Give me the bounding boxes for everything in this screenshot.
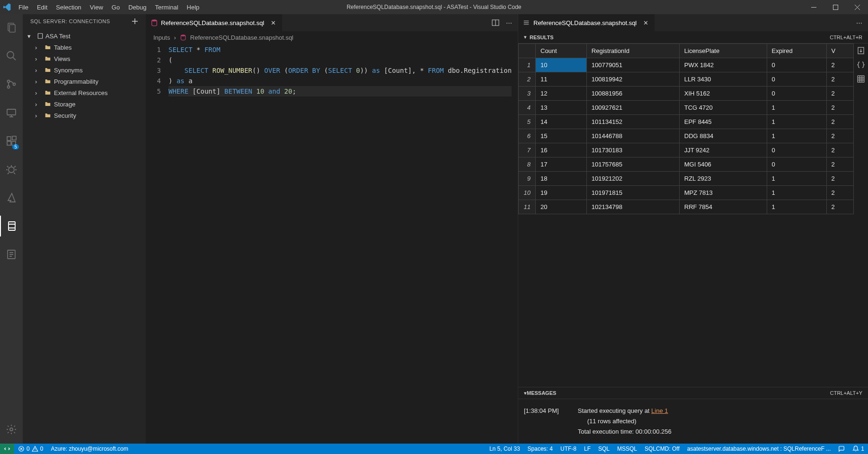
maximize-button[interactable] (824, 0, 846, 14)
source-control-icon[interactable] (0, 74, 23, 95)
breadcrumbs[interactable]: Inputs › ReferenceSQLDatabase.snapshot.s… (146, 31, 518, 44)
tree-item-label: Synonyms (54, 67, 83, 74)
collapse-icon[interactable]: ▾ (524, 34, 527, 40)
settings-gear-icon[interactable] (0, 419, 23, 440)
code-content[interactable]: SELECT * FROM( SELECT ROW_NUMBER() OVER … (168, 44, 512, 444)
save-excel-icon[interactable] (857, 75, 865, 83)
breadcrumb-file[interactable]: ReferenceSQLDatabase.snapshot.sql (190, 34, 293, 41)
folder-icon (44, 44, 52, 51)
status-mssql[interactable]: MSSQL (613, 445, 641, 452)
column-header[interactable]: LicensePlate (679, 44, 767, 58)
results-toolbar (854, 44, 868, 387)
close-button[interactable] (846, 0, 868, 14)
results-tab[interactable]: ReferenceSQLDatabase.snapshot.sql ✕ (518, 14, 655, 31)
status-bar: 0 0 Azure: zhouyu@microsoft.com Ln 5, Co… (0, 444, 868, 454)
results-panel: ReferenceSQLDatabase.snapshot.sql ✕ ⋯ ▾ … (518, 14, 868, 444)
debug-icon[interactable] (0, 159, 23, 180)
chevron-down-icon: ▾ (27, 33, 35, 40)
message-line-link[interactable]: Line 1 (651, 407, 668, 414)
table-row[interactable]: 615101446788DDG 883412 (519, 129, 854, 143)
chevron-right-icon: › (35, 44, 43, 51)
tree-item[interactable]: ›Synonyms (23, 64, 146, 76)
status-eol[interactable]: LF (580, 445, 594, 452)
breadcrumb-root[interactable]: Inputs (153, 34, 170, 41)
table-row[interactable]: 716101730183JJT 924202 (519, 143, 854, 157)
message-line2: (11 rows affected) (578, 416, 672, 427)
search-icon[interactable] (0, 45, 23, 66)
status-sqlcmd[interactable]: SQLCMD: Off (641, 445, 683, 452)
svg-point-18 (152, 19, 157, 21)
menu-file[interactable]: File (14, 4, 33, 11)
svg-rect-9 (7, 137, 11, 140)
menu-debug[interactable]: Debug (124, 4, 151, 11)
results-grid[interactable]: CountRegistrationIdLicensePlateExpiredV … (518, 44, 854, 387)
minimize-button[interactable] (803, 0, 824, 14)
menu-terminal[interactable]: Terminal (151, 4, 182, 11)
menu-selection[interactable]: Selection (52, 4, 85, 11)
svg-point-13 (9, 167, 14, 173)
status-connection[interactable]: asatestserver.database.windows.net : SQL… (683, 445, 835, 452)
save-json-icon[interactable] (857, 61, 865, 69)
tree-item[interactable]: ›Security (23, 110, 146, 121)
table-row[interactable]: 211100819942LLR 343002 (519, 72, 854, 87)
svg-rect-22 (524, 22, 529, 23)
status-cursor-position[interactable]: Ln 5, Col 33 (486, 445, 524, 452)
azure-icon[interactable] (0, 187, 23, 208)
menu-go[interactable]: Go (107, 4, 124, 11)
menu-view[interactable]: View (86, 4, 107, 11)
tree-item[interactable]: ›External Resources (23, 87, 146, 98)
folder-icon (44, 101, 52, 107)
remote-explorer-icon[interactable] (0, 102, 23, 123)
folder-icon (44, 89, 52, 96)
folder-icon (44, 112, 52, 119)
table-row[interactable]: 413100927621TCG 472012 (519, 101, 854, 115)
tree-item[interactable]: ›Programmability (23, 76, 146, 87)
more-actions-icon[interactable]: ⋯ (506, 19, 512, 26)
status-notifications[interactable]: 1 (849, 445, 868, 452)
editor-tab[interactable]: ReferenceSQLDatabase.snapshot.sql ✕ (146, 14, 283, 31)
menu-help[interactable]: Help (183, 4, 204, 11)
status-azure[interactable]: Azure: zhouyu@microsoft.com (47, 445, 132, 452)
results-label: RESULTS (530, 35, 554, 40)
tree-item[interactable]: ›Storage (23, 98, 146, 110)
title-bar: File Edit Selection View Go Debug Termin… (0, 0, 868, 14)
code-editor[interactable]: 12345 SELECT * FROM( SELECT ROW_NUMBER()… (146, 44, 518, 444)
extensions-icon[interactable]: 5 (0, 131, 23, 151)
status-encoding[interactable]: UTF-8 (557, 445, 580, 452)
docs-icon[interactable] (0, 244, 23, 265)
save-csv-icon[interactable] (857, 46, 865, 55)
close-results-tab[interactable]: ✕ (643, 19, 650, 26)
extensions-badge: 5 (12, 144, 19, 149)
table-row[interactable]: 110100779051PWX 184202 (519, 58, 854, 72)
line-numbers: 12345 (146, 44, 168, 444)
menu-edit[interactable]: Edit (33, 4, 52, 11)
table-row[interactable]: 918101921202RZL 292312 (519, 172, 854, 186)
status-indentation[interactable]: Spaces: 4 (524, 445, 557, 452)
column-header[interactable]: Count (536, 44, 587, 58)
svg-rect-3 (9, 25, 15, 32)
table-row[interactable]: 1120102134798RRF 785412 (519, 200, 854, 214)
status-language[interactable]: SQL (594, 445, 613, 452)
close-tab-button[interactable]: ✕ (271, 19, 277, 26)
column-header[interactable]: V (826, 44, 853, 58)
table-row[interactable]: 1019101971815MPZ 781312 (519, 186, 854, 200)
add-connection-button[interactable] (132, 18, 138, 25)
column-header[interactable]: Expired (767, 44, 826, 58)
split-editor-icon[interactable] (492, 19, 499, 26)
tree-item-label: External Resources (54, 89, 107, 96)
table-row[interactable]: 312100881956XIH 516202 (519, 87, 854, 101)
svg-rect-21 (524, 21, 529, 22)
explorer-icon[interactable] (0, 17, 23, 38)
tree-root[interactable]: ▾ ASA Test (23, 30, 146, 42)
status-problems[interactable]: 0 0 (14, 445, 47, 452)
table-row[interactable]: 514101134152EPF 844512 (519, 115, 854, 129)
more-actions-icon[interactable]: ⋯ (856, 19, 862, 26)
sql-server-icon[interactable] (0, 216, 23, 236)
status-feedback-icon[interactable] (834, 445, 849, 452)
table-row[interactable]: 817101757685MGI 540602 (519, 157, 854, 172)
column-header[interactable]: RegistrationId (586, 44, 679, 58)
remote-indicator[interactable] (0, 444, 14, 454)
minimap[interactable] (489, 44, 518, 62)
tree-item[interactable]: ›Tables (23, 42, 146, 53)
tree-item[interactable]: ›Views (23, 53, 146, 64)
